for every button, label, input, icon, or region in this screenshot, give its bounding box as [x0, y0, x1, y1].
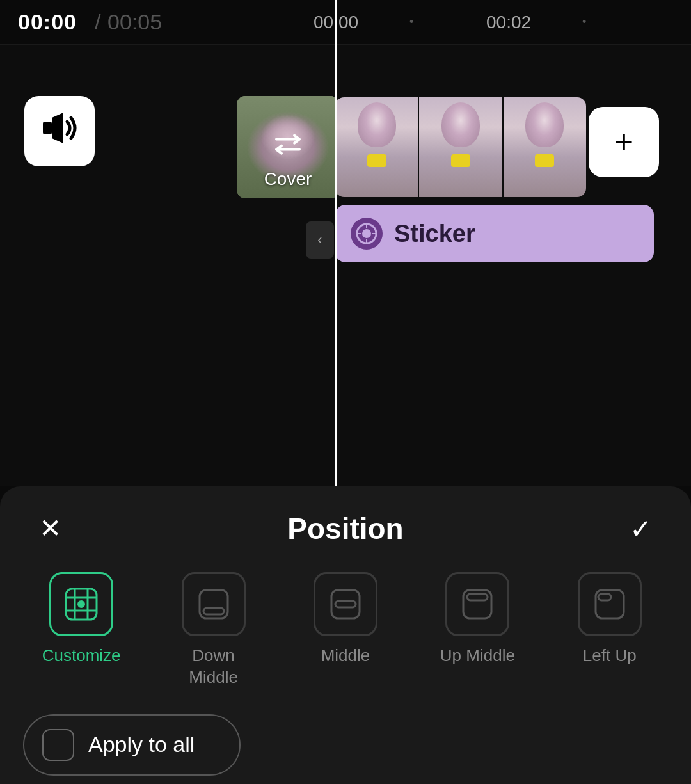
down-middle-label: DownMiddle [189, 645, 238, 689]
checkmark-icon: ✓ [630, 513, 652, 545]
sticker-track[interactable]: Sticker [335, 205, 654, 262]
collapse-button[interactable]: ‹ [306, 221, 334, 259]
close-button[interactable]: ✕ [31, 509, 69, 548]
svg-rect-14 [467, 594, 488, 600]
chevron-left-icon: ‹ [317, 232, 322, 248]
left-up-icon [578, 572, 642, 636]
close-icon: ✕ [39, 515, 61, 542]
position-option-down-middle[interactable]: DownMiddle [163, 572, 265, 689]
video-frame-1 [335, 97, 418, 197]
cover-label: Cover [264, 169, 312, 189]
position-header: ✕ Position ✓ [0, 486, 691, 566]
confirm-button[interactable]: ✓ [622, 509, 660, 548]
up-middle-icon [445, 572, 509, 636]
svg-rect-16 [598, 594, 611, 600]
position-option-left-up[interactable]: Left Up [559, 572, 661, 667]
time-dot2: • [582, 15, 586, 29]
audio-icon [40, 111, 79, 152]
video-frame-2 [419, 97, 502, 197]
right-time: 00:02 [486, 12, 531, 33]
svg-point-2 [362, 229, 371, 238]
down-middle-icon [182, 572, 246, 636]
position-option-up-middle[interactable]: Up Middle [426, 572, 528, 667]
current-time: 00:00 [18, 10, 77, 35]
audio-button[interactable] [24, 96, 95, 166]
time-ruler: 00:00 / 00:05 00:00 • 00:02 • [0, 0, 691, 45]
time-separator: / [95, 10, 100, 35]
sticker-label: Sticker [394, 220, 475, 248]
apply-all-label: Apply to all [88, 732, 195, 757]
middle-label: Middle [321, 645, 370, 667]
video-strip[interactable] [335, 97, 586, 197]
position-title: Position [287, 511, 403, 546]
svg-point-8 [77, 600, 85, 608]
position-options: Customize DownMiddle Middle [0, 566, 691, 708]
position-option-middle[interactable]: Middle [294, 572, 397, 667]
customize-icon [49, 572, 113, 636]
apply-all-checkbox [42, 729, 74, 761]
svg-rect-10 [203, 608, 224, 614]
sticker-icon [351, 218, 383, 250]
apply-all-button[interactable]: Apply to all [23, 714, 241, 776]
middle-icon [314, 572, 377, 636]
svg-rect-0 [43, 122, 52, 134]
position-panel: ✕ Position ✓ Customize [0, 486, 691, 784]
left-up-label: Left Up [583, 645, 637, 667]
swap-icon [274, 131, 302, 159]
customize-label: Customize [42, 645, 121, 667]
cover-thumbnail[interactable]: Cover [237, 96, 339, 198]
up-middle-label: Up Middle [440, 645, 515, 667]
total-time: 00:05 [107, 10, 162, 35]
video-frame-3 [504, 97, 586, 197]
time-dot1: • [409, 15, 413, 29]
add-button[interactable]: + [589, 107, 659, 177]
svg-rect-12 [335, 601, 356, 607]
position-option-customize[interactable]: Customize [30, 572, 132, 667]
playhead[interactable] [335, 0, 337, 486]
timeline-area: 00:00 / 00:05 00:00 • 00:02 • [0, 0, 691, 486]
plus-icon: + [614, 125, 633, 159]
